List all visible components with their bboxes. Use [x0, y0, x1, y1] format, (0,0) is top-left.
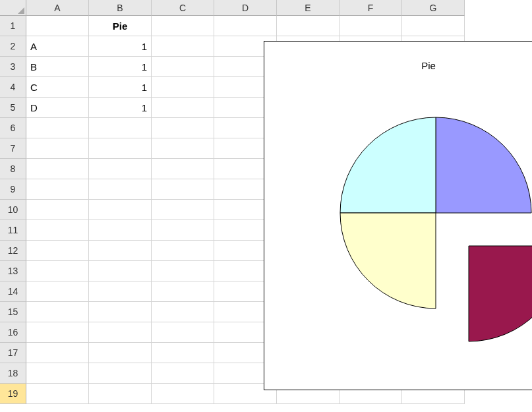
cell-A13[interactable]	[26, 261, 89, 281]
cell-B12[interactable]	[89, 241, 152, 261]
row-header-3[interactable]: 3	[0, 57, 26, 77]
cell-D1[interactable]	[214, 16, 277, 36]
cell-B19[interactable]	[89, 384, 152, 404]
cell-C11[interactable]	[152, 220, 214, 241]
row-header-17[interactable]: 17	[0, 343, 26, 363]
cell-B16[interactable]	[89, 322, 152, 343]
cell-A15[interactable]	[26, 302, 89, 322]
cell-C4[interactable]	[152, 77, 214, 98]
col-header-G[interactable]: G	[402, 0, 465, 16]
cell-B9[interactable]	[89, 179, 152, 200]
cell-B18[interactable]	[89, 363, 152, 384]
row-header-4[interactable]: 4	[0, 77, 26, 98]
row-header-6[interactable]: 6	[0, 118, 26, 138]
col-header-D[interactable]: D	[214, 0, 277, 16]
pie-slice-A[interactable]	[436, 117, 531, 213]
row-header-19[interactable]: 19	[0, 384, 26, 404]
cell-A3[interactable]: B	[26, 57, 89, 77]
cell-B10[interactable]	[89, 200, 152, 220]
row-header-10[interactable]: 10	[0, 200, 26, 220]
cell-A10[interactable]	[26, 200, 89, 220]
cell-B5[interactable]: 1	[89, 98, 152, 118]
cell-C8[interactable]	[152, 159, 214, 179]
cell-C10[interactable]	[152, 200, 214, 220]
cell-B1[interactable]: Pie	[89, 16, 152, 36]
row-header-7[interactable]: 7	[0, 138, 26, 159]
cell-C13[interactable]	[152, 261, 214, 281]
cell-C5[interactable]	[152, 98, 214, 118]
col-header-C[interactable]: C	[152, 0, 214, 16]
row-header-2[interactable]: 2	[0, 36, 26, 57]
row-header-14[interactable]: 14	[0, 281, 26, 302]
row-header-5[interactable]: 5	[0, 98, 26, 118]
row-header-1[interactable]: 1	[0, 16, 26, 36]
cell-A17[interactable]	[26, 343, 89, 363]
cell-C9[interactable]	[152, 179, 214, 200]
cell-A6[interactable]	[26, 118, 89, 138]
pie-chart-object[interactable]: Pie	[264, 41, 532, 390]
row-header-13[interactable]: 13	[0, 261, 26, 281]
cell-A16[interactable]	[26, 322, 89, 343]
pie-slice-B-exploded[interactable]	[469, 246, 532, 341]
chart-title: Pie	[264, 42, 532, 71]
cell-C7[interactable]	[152, 138, 214, 159]
row-header-9[interactable]: 9	[0, 179, 26, 200]
cell-A9[interactable]	[26, 179, 89, 200]
cell-C19[interactable]	[152, 384, 214, 404]
cell-C16[interactable]	[152, 322, 214, 343]
pie-slice-D[interactable]	[340, 117, 436, 213]
cell-A1[interactable]	[26, 16, 89, 36]
cell-G1[interactable]	[402, 16, 465, 36]
row-header-11[interactable]: 11	[0, 220, 26, 241]
cell-A5[interactable]: D	[26, 98, 89, 118]
row-header-18[interactable]: 18	[0, 363, 26, 384]
cell-B17[interactable]	[89, 343, 152, 363]
col-header-E[interactable]: E	[277, 0, 340, 16]
cell-A12[interactable]	[26, 241, 89, 261]
cell-A19[interactable]	[26, 384, 89, 404]
cell-A7[interactable]	[26, 138, 89, 159]
cell-B4[interactable]: 1	[89, 77, 152, 98]
cell-A2[interactable]: A	[26, 36, 89, 57]
cell-B6[interactable]	[89, 118, 152, 138]
row-header-16[interactable]: 16	[0, 322, 26, 343]
select-all-corner[interactable]	[0, 0, 26, 16]
cell-A18[interactable]	[26, 363, 89, 384]
cell-B13[interactable]	[89, 261, 152, 281]
cell-C3[interactable]	[152, 57, 214, 77]
cell-B11[interactable]	[89, 220, 152, 241]
cell-B7[interactable]	[89, 138, 152, 159]
col-header-B[interactable]: B	[89, 0, 152, 16]
cell-C1[interactable]	[152, 16, 214, 36]
cell-C14[interactable]	[152, 281, 214, 302]
cell-A14[interactable]	[26, 281, 89, 302]
col-header-F[interactable]: F	[340, 0, 402, 16]
row-header-8[interactable]: 8	[0, 159, 26, 179]
cell-A11[interactable]	[26, 220, 89, 241]
cell-C6[interactable]	[152, 118, 214, 138]
cell-C18[interactable]	[152, 363, 214, 384]
pie-slice-C[interactable]	[340, 213, 436, 309]
pie-chart-svg	[297, 107, 532, 384]
cell-F1[interactable]	[340, 16, 402, 36]
cell-C12[interactable]	[152, 241, 214, 261]
row-header-15[interactable]: 15	[0, 302, 26, 322]
cell-B15[interactable]	[89, 302, 152, 322]
cell-B3[interactable]: 1	[89, 57, 152, 77]
cell-A4[interactable]: C	[26, 77, 89, 98]
cell-C2[interactable]	[152, 36, 214, 57]
cell-C15[interactable]	[152, 302, 214, 322]
cell-A8[interactable]	[26, 159, 89, 179]
cell-B14[interactable]	[89, 281, 152, 302]
cell-B8[interactable]	[89, 159, 152, 179]
col-header-A[interactable]: A	[26, 0, 89, 16]
row-header-12[interactable]: 12	[0, 241, 26, 261]
cell-C17[interactable]	[152, 343, 214, 363]
cell-E1[interactable]	[277, 16, 340, 36]
cell-B2[interactable]: 1	[89, 36, 152, 57]
